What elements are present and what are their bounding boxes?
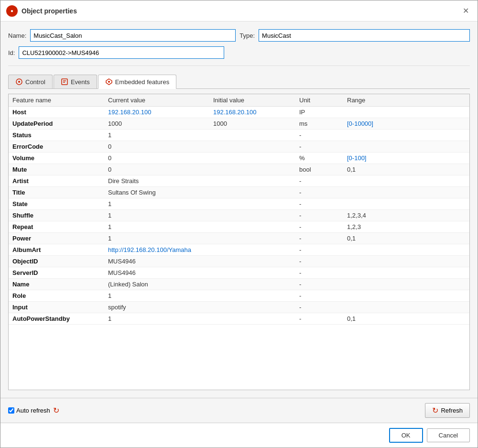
refresh-button[interactable]: ↻ Refresh	[425, 403, 470, 418]
auto-refresh-checkbox[interactable]	[8, 407, 14, 414]
name-label: Name:	[8, 32, 26, 39]
table-row: TitleSultans Of Swing-	[9, 187, 469, 198]
current-value-cell: Sultans Of Swing	[104, 187, 209, 198]
auto-refresh-checkbox-label[interactable]: Auto refresh	[8, 407, 50, 414]
table-row: Repeat1-1,2,3	[9, 221, 469, 233]
id-input[interactable]	[19, 46, 224, 59]
feature-name-cell: Repeat	[9, 221, 104, 233]
feature-name-cell: ErrorCode	[9, 141, 104, 153]
current-value-cell: spotify	[104, 302, 209, 313]
initial-value-cell	[209, 153, 295, 164]
auto-refresh-spin-icon: ↻	[53, 406, 59, 415]
svg-rect-2	[62, 79, 67, 85]
dialog-footer: OK Cancel	[0, 423, 478, 448]
feature-name-cell: AlbumArt	[9, 244, 104, 256]
features-table: Feature name Current value Initial value…	[9, 94, 469, 325]
content-area: Name: Type: Id: Control	[0, 22, 478, 398]
separator	[8, 66, 470, 66]
range-cell: 0,1	[343, 164, 469, 175]
table-row: AlbumArthttp://192.168.20.100/Yamaha-	[9, 244, 469, 256]
current-value-cell: 1	[104, 210, 209, 221]
current-value-cell: 192.168.20.100	[104, 107, 209, 118]
range-cell	[343, 107, 469, 118]
col-current-value: Current value	[104, 94, 209, 107]
initial-value-cell	[209, 233, 295, 244]
range-cell	[343, 187, 469, 198]
unit-cell: IP	[295, 107, 343, 118]
name-input[interactable]	[30, 29, 236, 42]
unit-cell: -	[295, 267, 343, 279]
ok-button[interactable]: OK	[389, 428, 423, 443]
table-row: ServerIDMUS4946-	[9, 267, 469, 279]
auto-refresh-area: Auto refresh ↻	[8, 406, 59, 415]
feature-name-cell: Power	[9, 233, 104, 244]
range-cell: 0,1	[343, 313, 469, 325]
initial-value-cell	[209, 244, 295, 256]
current-value-cell: MUS4946	[104, 256, 209, 267]
feature-name-cell: UpdatePeriod	[9, 118, 104, 130]
current-value-cell: 1	[104, 198, 209, 210]
initial-value-cell	[209, 175, 295, 187]
unit-cell: -	[295, 175, 343, 187]
table-row: Volume0%[0-100]	[9, 153, 469, 164]
unit-cell: ms	[295, 118, 343, 130]
current-value-cell: 1000	[104, 118, 209, 130]
close-button[interactable]: ✕	[460, 6, 472, 16]
unit-cell: -	[295, 210, 343, 221]
unit-cell: %	[295, 153, 343, 164]
unit-cell: -	[295, 221, 343, 233]
feature-name-cell: AutoPowerStandby	[9, 313, 104, 325]
feature-name-cell: State	[9, 198, 104, 210]
table-row: Name(Linked) Salon-	[9, 279, 469, 290]
current-value-cell: MUS4946	[104, 267, 209, 279]
unit-cell: -	[295, 233, 343, 244]
table-row: Host192.168.20.100192.168.20.100IP	[9, 107, 469, 118]
initial-value-cell	[209, 164, 295, 175]
tab-embedded-features[interactable]: Embedded features	[98, 75, 176, 89]
type-input[interactable]	[259, 29, 470, 42]
range-cell: [0-10000]	[343, 118, 469, 130]
svg-point-6	[108, 81, 110, 83]
feature-name-cell: Input	[9, 302, 104, 313]
tab-control[interactable]: Control	[8, 75, 53, 88]
tabs-bar: Control Events Embedded features	[8, 75, 470, 89]
current-value-cell: 1	[104, 290, 209, 302]
app-icon: ●	[6, 5, 18, 17]
initial-value-cell	[209, 313, 295, 325]
cancel-button[interactable]: Cancel	[427, 428, 470, 442]
object-properties-dialog: ● Object properties ✕ Name: Type: Id:	[0, 0, 478, 448]
initial-value-cell	[209, 221, 295, 233]
range-cell: 1,2,3	[343, 221, 469, 233]
initial-value-cell	[209, 141, 295, 153]
feature-name-cell: ServerID	[9, 267, 104, 279]
feature-name-cell: Host	[9, 107, 104, 118]
range-cell	[343, 267, 469, 279]
unit-cell: -	[295, 141, 343, 153]
current-value-cell: 0	[104, 141, 209, 153]
table-header-row: Feature name Current value Initial value…	[9, 94, 469, 107]
unit-cell: -	[295, 290, 343, 302]
current-value-cell: 0	[104, 164, 209, 175]
tab-events[interactable]: Events	[54, 75, 97, 88]
refresh-button-icon: ↻	[432, 406, 438, 415]
auto-refresh-label: Auto refresh	[16, 407, 50, 414]
feature-name-cell: ObjectID	[9, 256, 104, 267]
title-bar-left: ● Object properties	[6, 5, 77, 17]
initial-value-cell	[209, 130, 295, 141]
range-cell: [0-100]	[343, 153, 469, 164]
unit-cell: -	[295, 302, 343, 313]
initial-value-cell	[209, 302, 295, 313]
unit-cell: -	[295, 130, 343, 141]
table-row: Mute0bool0,1	[9, 164, 469, 175]
range-cell	[343, 256, 469, 267]
current-value-cell: http://192.168.20.100/Yamaha	[104, 244, 209, 256]
current-value-cell: 0	[104, 153, 209, 164]
current-value-cell: Dire Straits	[104, 175, 209, 187]
features-table-container[interactable]: Feature name Current value Initial value…	[8, 94, 470, 390]
dialog-title: Object properties	[22, 7, 77, 15]
title-bar: ● Object properties ✕	[0, 0, 478, 22]
control-icon	[15, 78, 23, 86]
col-feature-name: Feature name	[9, 94, 104, 107]
table-row: Status1-	[9, 130, 469, 141]
embedded-icon	[105, 78, 113, 86]
